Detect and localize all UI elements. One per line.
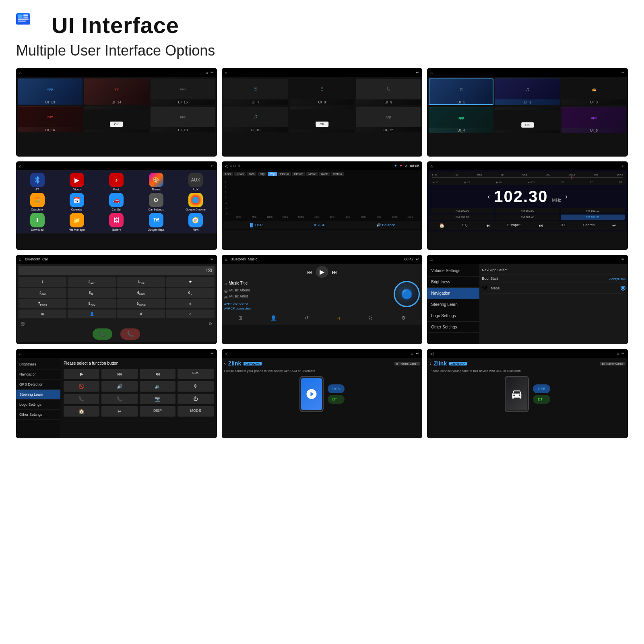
func-btn-prev[interactable]: ⏮ (101, 369, 137, 379)
back-chevron-cp[interactable]: ‹ (429, 361, 431, 366)
bt-repeat-icon[interactable]: ↺ (305, 315, 309, 321)
settings-brightness[interactable]: Brightness (427, 277, 479, 288)
settings-navigation[interactable]: Navigation (427, 288, 479, 299)
fm-preset-10180[interactable]: FM 101.80 (430, 215, 494, 220)
settings-steering[interactable]: Steering Learn (427, 299, 479, 310)
app-download[interactable]: ⬇ Download (19, 213, 56, 231)
app-aux[interactable]: AUX AUX (177, 173, 214, 191)
bt-link-icon[interactable]: ⛓ (368, 315, 373, 321)
bt-settings-icon[interactable]: ⚙ (401, 315, 406, 321)
delete-icon[interactable]: ⌫ (206, 268, 212, 273)
fm-home-btn[interactable]: 🏠 (439, 223, 445, 228)
num-1[interactable]: 1 (19, 277, 66, 287)
func-logo-settings[interactable]: Logo Settings (16, 400, 60, 410)
fm-eq-btn[interactable]: EQ (462, 223, 468, 228)
contacts-btn[interactable]: 👤 (68, 310, 116, 318)
app-calculator[interactable]: 🧮 Calculator (19, 193, 56, 211)
func-btn-answer[interactable]: 📞 (64, 394, 99, 404)
app-car-set[interactable]: 🚗 Car Set (98, 193, 135, 211)
ok-button-1[interactable]: OK (110, 122, 123, 127)
numpad-grid-icon[interactable]: ⊞ (19, 310, 66, 318)
func-btn-camera[interactable]: 📷 (140, 394, 175, 404)
settings-volume[interactable]: Volume Settings (427, 265, 479, 277)
music-btn-call[interactable]: ♫ (166, 310, 214, 318)
app-calendar[interactable]: 📅 Calendar (58, 193, 95, 211)
app-video[interactable]: ▶ Video (58, 173, 95, 191)
fm-preset-10230[interactable]: FM 102.30 (561, 215, 625, 220)
func-other-settings[interactable]: Other Settings (16, 410, 60, 420)
bt-grid-icon[interactable]: ⊞ (238, 315, 242, 321)
dsp-tab-jazz[interactable]: Jazz (247, 172, 256, 176)
connect-usb-btn-aa[interactable]: USB (328, 384, 345, 393)
bt-next-btn[interactable]: ⏭ (332, 269, 337, 275)
num-9[interactable]: 9WXYZ (117, 299, 165, 309)
fm-prev-btn[interactable]: ‹ (487, 192, 490, 201)
bt-music-icon[interactable]: ♫ (336, 315, 340, 321)
func-btn-disp[interactable]: DISP (140, 406, 175, 417)
num-5[interactable]: 5JKL (68, 288, 116, 298)
ok-button-3[interactable]: OK (521, 122, 534, 128)
app-car-settings[interactable]: ⚙ Car Settings (137, 193, 175, 211)
app-maps[interactable]: 🗺 Google Maps (137, 213, 175, 231)
dsp-tab-city[interactable]: City (258, 172, 266, 176)
func-navigation[interactable]: Navigation (16, 369, 60, 380)
num-6[interactable]: 6MNO (117, 288, 165, 298)
func-btn-mic[interactable]: 🎙 (178, 381, 213, 392)
settings-logo[interactable]: Logo Settings (427, 310, 479, 322)
app-file-manager[interactable]: 📁 File Manager (58, 213, 95, 231)
balance-tab-btn[interactable]: 🔊 Balance (376, 223, 395, 227)
func-btn-mute[interactable]: 🚫 (64, 381, 99, 392)
connect-usb-btn-cp[interactable]: USB (533, 384, 550, 393)
app-navi[interactable]: 🧭 Navi (177, 213, 214, 231)
fm-back-btn[interactable]: ↩ (612, 223, 616, 228)
dsp-tab-rock[interactable]: Rock (319, 172, 330, 176)
app-theme[interactable]: 🎨 Theme (137, 173, 175, 191)
func-btn-hangup[interactable]: 📞 (101, 394, 137, 404)
func-btn-power[interactable]: ⏻ (178, 394, 213, 404)
settings-other[interactable]: Other Settings (427, 322, 479, 333)
fm-search-btn[interactable]: Search (583, 223, 595, 228)
fm-next-btn[interactable]: › (565, 192, 568, 201)
num-hash[interactable]: # (166, 299, 214, 309)
fm-prev-station-btn[interactable]: ⏮ (485, 223, 490, 228)
func-btn-next[interactable]: ⏭ (140, 369, 175, 379)
func-btn-back[interactable]: ↩ (101, 406, 137, 417)
func-btn-mode[interactable]: MODE (178, 406, 213, 417)
dsp-tab-techno[interactable]: Techno (331, 172, 344, 176)
maps-radio[interactable] (621, 286, 625, 291)
back-chevron-zlink[interactable]: ‹ (224, 361, 226, 366)
num-0[interactable]: 0 + (166, 288, 214, 298)
dsp-tab-news[interactable]: News (234, 172, 246, 176)
num-2[interactable]: 2ABC (68, 277, 116, 287)
connect-bt-btn-aa[interactable]: BT (328, 395, 345, 404)
num-7[interactable]: 7PQRS (19, 299, 66, 309)
app-gallery[interactable]: 🖼 Gallery (98, 213, 135, 231)
hangup-btn[interactable]: 📞 (120, 328, 140, 340)
asp-tab-btn[interactable]: ≋ ASP (314, 223, 325, 227)
dsp-tab-electro[interactable]: Electro (278, 172, 291, 176)
dsp-tab-btn[interactable]: ▐▌ DSP (249, 223, 262, 227)
answer-btn[interactable]: 📞 (93, 328, 112, 340)
num-3[interactable]: 3DEF (117, 277, 165, 287)
func-brightness[interactable]: Brightness (16, 359, 60, 369)
fm-preset-100[interactable]: FM 100.00 (430, 208, 494, 213)
fm-preset-10140[interactable]: FM 101.40 (495, 215, 559, 220)
connect-bt-btn-cp[interactable]: BT (533, 395, 550, 404)
fm-dx-btn[interactable]: DX (561, 223, 566, 228)
bt-play-btn[interactable]: ▶ (316, 266, 328, 278)
func-btn-vol-down[interactable]: 🔉 (140, 381, 175, 392)
func-gps-detection[interactable]: GPS Detection (16, 380, 60, 390)
bt-contact-icon[interactable]: 👤 (270, 315, 277, 321)
num-8[interactable]: 8TUV (68, 299, 116, 309)
func-btn-play[interactable]: ▶ (64, 369, 99, 379)
redial-btn[interactable]: ↺ (117, 310, 165, 318)
dsp-tab-user[interactable]: User (223, 172, 233, 176)
fm-next-station-btn[interactable]: ⏭ (539, 223, 543, 228)
dsp-tab-pop[interactable]: Pop (268, 172, 277, 176)
fm-preset-10110[interactable]: FM 101.10 (561, 208, 625, 213)
app-bt[interactable]: BT (19, 173, 56, 191)
num-star[interactable]: ★ (166, 277, 214, 287)
dsp-tab-classic[interactable]: Classic (292, 172, 305, 176)
func-btn-home[interactable]: 🏠 (64, 406, 99, 417)
ok-button-2[interactable]: OK (316, 122, 328, 127)
